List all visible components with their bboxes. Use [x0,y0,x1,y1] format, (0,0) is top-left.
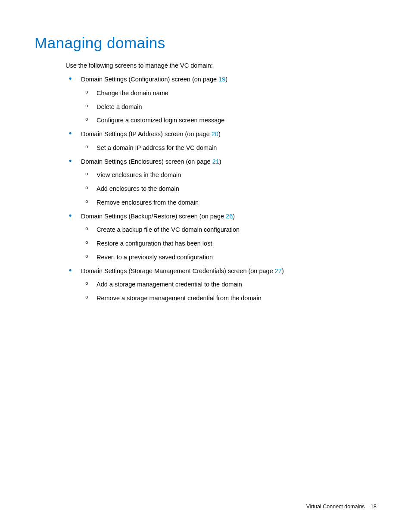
sub-list-item: Restore a configuration that has been lo… [81,239,377,249]
list-item: Domain Settings (IP Address) screen (on … [65,130,377,153]
sub-list-item: Configure a customized login screen mess… [81,116,377,125]
list-item: Domain Settings (Backup/Restore) screen … [65,212,377,262]
footer-page-number: 18 [371,504,377,510]
list-item-text: Domain Settings (Backup/Restore) screen … [81,213,235,220]
sub-list-item: Change the domain name [81,89,377,98]
list-item-text: Domain Settings (Storage Management Cred… [81,268,284,274]
list-item-text: Domain Settings (Configuration) screen (… [81,76,227,83]
text-segment: Domain Settings (Configuration) screen (… [81,76,218,83]
list-item: Domain Settings (Storage Management Cred… [65,267,377,303]
intro-text: Use the following screens to manage the … [65,62,377,69]
text-segment: ) [282,268,284,274]
list-item: Domain Settings (Configuration) screen (… [65,75,377,125]
list-item-text: Domain Settings (IP Address) screen (on … [81,131,221,137]
page-container: Managing domains Use the following scree… [0,0,411,532]
sub-list: Change the domain name Delete a domain C… [81,89,377,125]
text-segment: Domain Settings (Backup/Restore) screen … [81,213,226,220]
sub-list-item: Add enclosures to the domain [81,184,377,194]
text-segment: ) [218,131,221,137]
page-link[interactable]: 20 [212,131,218,137]
sub-list: View enclosures in the domain Add enclos… [81,171,377,207]
footer-text: Virtual Connect domains [306,504,365,510]
text-segment: ) [219,158,221,165]
text-segment: ) [225,76,227,83]
page-footer: Virtual Connect domains 18 [306,504,377,510]
main-list: Domain Settings (Configuration) screen (… [65,75,377,303]
list-item-text: Domain Settings (Enclosures) screen (on … [81,158,221,165]
text-segment: Domain Settings (Enclosures) screen (on … [81,158,212,165]
text-segment: ) [233,213,235,220]
text-segment: Domain Settings (IP Address) screen (on … [81,131,212,137]
sub-list: Set a domain IP address for the VC domai… [81,143,377,153]
sub-list: Create a backup file of the VC domain co… [81,225,377,262]
sub-list-item: Remove a storage management credential f… [81,294,377,303]
page-link[interactable]: 27 [275,268,282,274]
sub-list-item: Set a domain IP address for the VC domai… [81,143,377,153]
sub-list-item: Add a storage management credential to t… [81,280,377,289]
sub-list-item: Create a backup file of the VC domain co… [81,225,377,235]
sub-list-item: Revert to a previously saved configurati… [81,253,377,262]
sub-list: Add a storage management credential to t… [81,280,377,303]
list-item: Domain Settings (Enclosures) screen (on … [65,157,377,208]
sub-list-item: Remove enclosures from the domain [81,198,377,208]
page-link[interactable]: 19 [218,76,225,83]
text-segment: Domain Settings (Storage Management Cred… [81,268,275,274]
page-link[interactable]: 26 [226,213,233,220]
sub-list-item: View enclosures in the domain [81,171,377,180]
page-heading: Managing domains [34,34,377,52]
sub-list-item: Delete a domain [81,103,377,112]
page-link[interactable]: 21 [212,158,219,165]
